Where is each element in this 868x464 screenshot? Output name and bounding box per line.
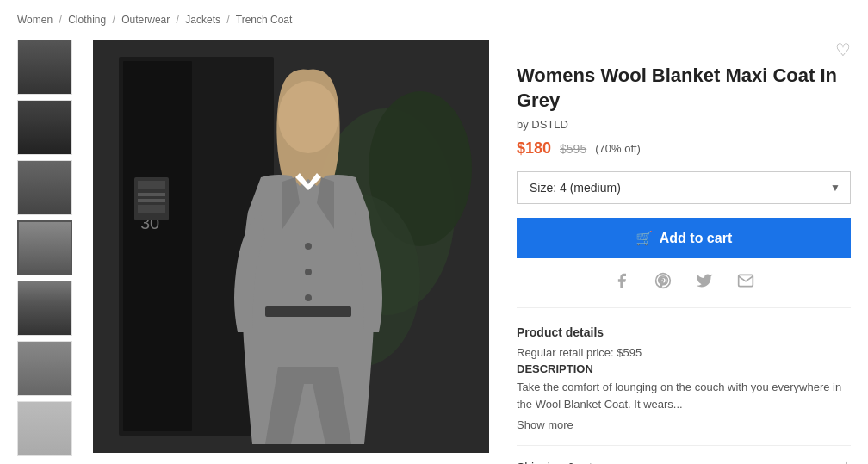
svg-point-8: [305, 269, 312, 275]
cart-icon: 🛒: [636, 230, 653, 246]
breadcrumb-jackets[interactable]: Jackets: [185, 14, 220, 26]
main-content: 30 ♡ Womens Wool Blanket Maxi Coat In Gr…: [17, 40, 851, 464]
breadcrumb-women[interactable]: Women: [17, 14, 53, 26]
page-wrapper: Women / Clothing / Outerwear / Jackets /…: [0, 0, 868, 464]
svg-point-9: [305, 294, 312, 301]
twitter-share-button[interactable]: [696, 272, 713, 294]
price-sale: $180: [517, 139, 551, 158]
show-more-link[interactable]: Show more: [517, 418, 574, 431]
wishlist-button[interactable]: ♡: [835, 40, 851, 60]
svg-rect-16: [138, 205, 165, 213]
price-discount: (70% off): [595, 142, 641, 155]
pinterest-share-button[interactable]: [654, 272, 672, 294]
breadcrumb-sep-1: /: [59, 14, 61, 26]
retail-price-text: Regular retail price: $595: [517, 346, 851, 359]
product-details-label[interactable]: Product details: [517, 325, 851, 339]
price-original: $595: [560, 142, 586, 156]
breadcrumb-outerwear[interactable]: Outerwear: [121, 14, 170, 26]
breadcrumb-sep-2: /: [113, 14, 115, 26]
product-title: Womens Wool Blanket Maxi Coat In Grey: [517, 64, 851, 113]
thumbnail-5[interactable]: [17, 281, 72, 336]
svg-point-7: [305, 243, 312, 250]
main-product-image: 30: [93, 40, 489, 453]
shipping-label: Shipping & returns: [517, 461, 616, 464]
shipping-accordion[interactable]: Shipping & returns +: [517, 445, 851, 464]
svg-rect-2: [123, 61, 192, 431]
description-text: Take the comfort of lounging on the couc…: [517, 379, 851, 412]
size-selector: Size: 0 (XS) Size: 2 (small) Size: 4 (me…: [517, 171, 851, 204]
price-row: $180 $595 (70% off): [517, 139, 851, 158]
social-share-row: [517, 272, 851, 308]
thumbnail-7[interactable]: [17, 401, 72, 456]
add-to-cart-button[interactable]: 🛒 Add to cart: [517, 218, 851, 258]
thumbnail-4[interactable]: [17, 220, 72, 275]
product-details-section: Product details Regular retail price: $5…: [517, 325, 851, 431]
brand-prefix: by: [517, 118, 529, 131]
size-select-input[interactable]: Size: 0 (XS) Size: 2 (small) Size: 4 (me…: [517, 171, 851, 204]
breadcrumb-clothing[interactable]: Clothing: [68, 14, 106, 26]
svg-rect-13: [138, 181, 165, 189]
wishlist-row: ♡: [517, 40, 851, 60]
product-brand: by DSTLD: [517, 118, 851, 131]
email-share-button[interactable]: [737, 272, 754, 294]
description-label: DESCRIPTION: [517, 362, 851, 375]
add-to-cart-label: Add to cart: [660, 231, 732, 246]
facebook-share-button[interactable]: [613, 272, 630, 294]
breadcrumb-sep-4: /: [226, 14, 229, 26]
svg-rect-15: [138, 199, 165, 202]
shipping-expand-icon: +: [841, 458, 851, 464]
svg-rect-10: [265, 306, 351, 317]
thumbnail-column: [17, 40, 72, 464]
thumbnail-1[interactable]: [17, 40, 72, 95]
breadcrumb-current: Trench Coat: [236, 14, 293, 26]
thumbnail-2[interactable]: [17, 100, 72, 155]
thumbnail-3[interactable]: [17, 160, 72, 215]
brand-name: DSTLD: [531, 118, 568, 131]
thumbnail-6[interactable]: [17, 341, 72, 396]
svg-rect-14: [138, 193, 165, 196]
product-info-panel: ♡ Womens Wool Blanket Maxi Coat In Grey …: [510, 40, 851, 464]
breadcrumb-sep-3: /: [177, 14, 179, 26]
breadcrumb: Women / Clothing / Outerwear / Jackets /…: [17, 14, 851, 26]
